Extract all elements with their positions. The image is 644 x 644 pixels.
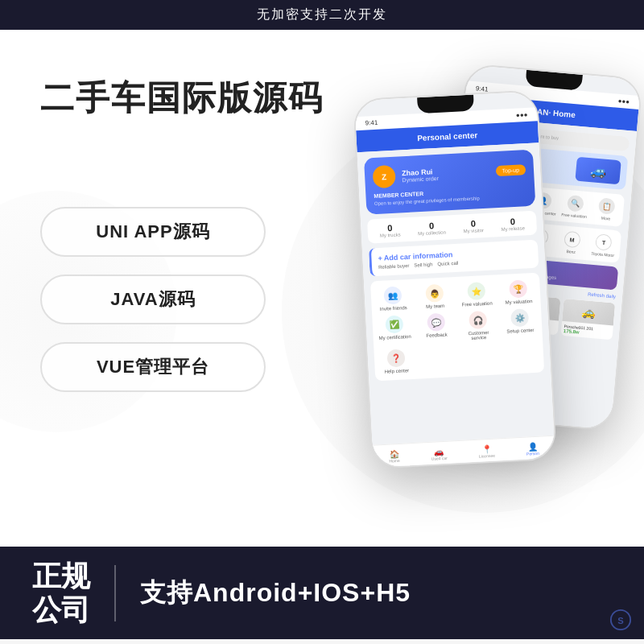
customer-icon: 🎧 — [469, 311, 487, 329]
bottom-left-line2: 公司 — [32, 593, 90, 626]
menu-label-0: Invite friends — [375, 305, 412, 312]
phone-front: 9:41 ●●● Personal center Z Zhao Rui Dyna… — [353, 89, 557, 469]
stat-label-2: My visitor — [463, 228, 484, 233]
add-car-tag-1: Sell high — [414, 262, 432, 267]
nav-used-label: Used car — [431, 456, 448, 461]
feature-pill-2: VUE管理平台 — [40, 342, 266, 392]
menu-label-8: Help center — [378, 368, 415, 374]
status-time-front: 9:41 — [365, 119, 378, 127]
menu-item-6[interactable]: 🎧 Customer service — [459, 310, 497, 341]
icon-label-4: More — [592, 215, 621, 222]
refresh-label: Refresh daily — [588, 291, 616, 299]
toyota-logo: T — [595, 233, 613, 251]
nav-licensee-label: Licensee — [479, 453, 495, 459]
bottom-divider — [114, 565, 116, 621]
icon-label-3: Free valuation — [559, 212, 588, 219]
nav-licensee[interactable]: 📍 Licensee — [478, 444, 495, 459]
menu-item-1[interactable]: 👨 My team — [415, 283, 454, 309]
benz-logo: M — [564, 231, 581, 249]
valuation-icon: 🔍 — [567, 195, 584, 213]
brand-name-4: Toyota Motor — [588, 250, 617, 258]
feedback-icon: 💬 — [427, 313, 445, 332]
bottom-right: 支持Android+IOS+H5 — [140, 576, 411, 611]
menu-item-2[interactable]: ⭐ Free valuation — [457, 281, 496, 307]
menu-label-6: Customer service — [460, 329, 497, 341]
menu-item-7[interactable]: ⚙️ Setup center — [501, 308, 539, 339]
brand-3: M Benz — [556, 230, 587, 255]
my-val-icon: 🏆 — [509, 279, 527, 298]
stat-0: 0 My trucks — [379, 222, 401, 237]
bottom-left-line1: 正规 — [32, 559, 90, 592]
top-up-button[interactable]: Top-up — [495, 164, 526, 176]
nav-person-icon: 👤 — [526, 442, 539, 452]
menu-label-3: My valuation — [500, 299, 537, 305]
status-icons-front: ●●● — [516, 111, 528, 119]
setup-icon: ⚙️ — [510, 308, 529, 327]
icon-cell-4: 📋 More — [592, 197, 622, 222]
nav-home[interactable]: 🏠 Home — [389, 449, 400, 464]
phone-front-content: Z Zhao Rui Dynamic order Top-up MEMBER C… — [357, 142, 555, 444]
stat-label-1: My collection — [418, 230, 446, 237]
phone-front-screen: 9:41 ●●● Personal center Z Zhao Rui Dyna… — [354, 91, 555, 467]
stat-label-0: My trucks — [380, 232, 401, 237]
menu-label-1: My team — [417, 303, 454, 309]
bottom-left: 正规 公司 — [32, 559, 90, 626]
back-header-title: Home — [553, 109, 576, 119]
add-car-tag-0: Reliable buyer — [378, 263, 410, 270]
menu-label-7: Setup center — [502, 328, 539, 334]
car-card-2: 🚕 Porsche911 201 175.8w — [561, 299, 616, 340]
nav-home-icon: 🏠 — [389, 449, 400, 459]
menu-item-8[interactable]: ❓ Help center — [377, 349, 415, 374]
cert-icon: ✅ — [385, 315, 403, 333]
main-area: 二手车国际版源码 UNI APP源码 JAVA源码 VUE管理平台 9:41 ●… — [0, 30, 644, 639]
user-avatar: Z — [372, 165, 395, 188]
stat-3: 0 My release — [501, 216, 525, 232]
watermark-icon: S — [609, 609, 632, 631]
phones-container: 9:41 ●●● XLAN· Home 🔍 Search for the car… — [274, 54, 644, 553]
promo-car: 🚙 — [575, 157, 621, 185]
team-icon: 👨 — [425, 284, 444, 303]
free-val-icon: ⭐ — [467, 282, 485, 300]
menu-label-4: My certification — [377, 334, 414, 341]
top-banner: 无加密支持二次开发 — [0, 0, 644, 30]
nav-person[interactable]: 👤 Person — [526, 442, 539, 456]
banner-text: 无加密支持二次开发 — [257, 7, 387, 21]
front-header-title: Personal center — [417, 130, 478, 142]
add-car-card[interactable]: + Add car information Reliable buyer Sel… — [369, 240, 539, 277]
user-row: Z Zhao Rui Dynamic order Top-up — [372, 158, 526, 188]
personal-center-header: Z Zhao Rui Dynamic order Top-up MEMBER C… — [364, 150, 535, 215]
nav-used[interactable]: 🚗 Used car — [431, 447, 448, 461]
feature-pill-1: JAVA源码 — [40, 275, 266, 324]
phone-notch-front — [417, 94, 474, 114]
icon-cell-3: 🔍 Free valuation — [559, 194, 590, 219]
bottom-bar: 正规 公司 支持Android+IOS+H5 S — [0, 547, 644, 639]
menu-item-0[interactable]: 👥 Invite friends — [374, 286, 412, 312]
nav-home-label: Home — [389, 458, 400, 464]
user-info: Zhao Rui Dynamic order — [402, 164, 489, 183]
stat-2: 0 My visitor — [463, 218, 484, 233]
stat-label-3: My release — [501, 225, 525, 232]
brand-4: T Toyota Motor — [588, 233, 619, 258]
menu-label-2: Free valuation — [459, 300, 496, 307]
menu-item-4[interactable]: ✅ My certification — [375, 315, 414, 345]
stats-row: 0 My trucks 0 My collection 0 My visitor — [367, 211, 537, 244]
feature-pill-0: UNI APP源码 — [40, 207, 266, 257]
more-icon: 📋 — [598, 197, 616, 215]
stat-1: 0 My collection — [417, 221, 446, 237]
features-list: UNI APP源码 JAVA源码 VUE管理平台 — [40, 207, 266, 392]
menu-item-3[interactable]: 🏆 My valuation — [499, 279, 538, 305]
menu-item-5[interactable]: 💬 Feedback — [417, 312, 456, 343]
status-icons-back: ●●● — [617, 97, 630, 105]
nav-person-label: Person — [526, 451, 539, 456]
help-icon: ❓ — [386, 349, 405, 367]
invite-icon: 👥 — [383, 286, 402, 304]
brand-name-3: Benz — [556, 248, 585, 255]
svg-text:S: S — [617, 616, 624, 625]
menu-grid: 👥 Invite friends 👨 My team ⭐ Free valuat… — [370, 273, 544, 382]
menu-label-5: Feedback — [418, 332, 455, 338]
add-car-tag-2: Quick call — [437, 261, 458, 266]
